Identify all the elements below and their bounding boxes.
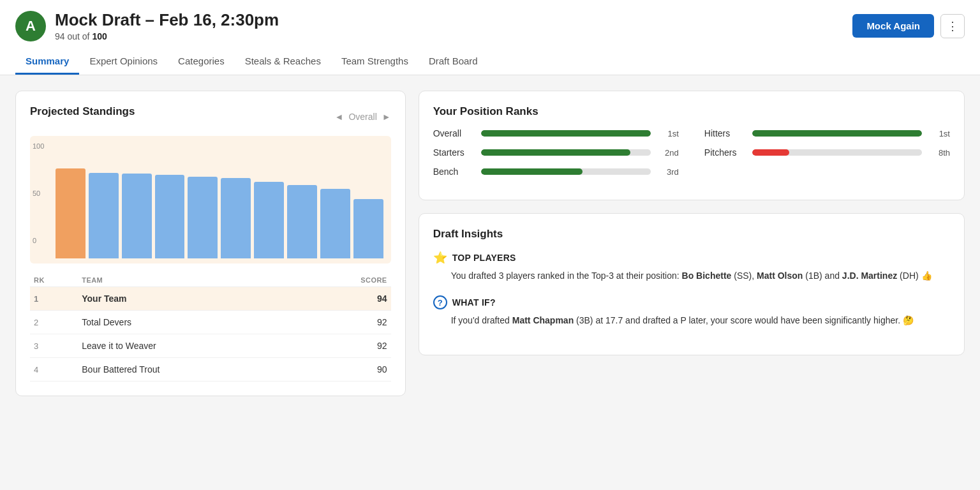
standings-title: Projected Standings [30,105,135,118]
col-rank: RK [30,274,78,287]
table-row: 1 Your Team 94 [30,287,391,311]
draft-info: Mock Draft – Feb 16, 2:30pm 94 out of 10… [55,10,279,41]
insight-title: WHAT IF? [452,297,496,308]
rank-label: Starters [433,147,475,158]
chart-bar [353,199,383,258]
top-bar: A Mock Draft – Feb 16, 2:30pm 94 out of … [0,0,980,75]
rank-bar-bg [752,130,922,137]
overall-label: Overall [348,112,376,122]
mock-again-button[interactable]: Mock Again [852,14,934,38]
rank-value: 2nd [657,148,679,158]
right-col: Your Position Ranks Overall 1st Starters… [419,91,965,396]
rank-label: Overall [433,128,475,138]
avatar: A [15,11,46,41]
rank-value: 8th [928,148,950,158]
col-score: SCORE [302,274,390,287]
insight-title: TOP PLAYERS [452,253,516,263]
team-name-cell: Your Team [78,287,302,311]
team-name-cell: Bour Battered Trout [78,358,302,382]
rank-value: 1st [657,129,679,138]
rank-bar-bg [752,149,922,156]
rank-label: Hitters [704,128,746,138]
chart-y-labels: 100 50 0 [33,142,44,244]
rank-row: Overall 1st [433,128,679,138]
insight-header: ? WHAT IF? [433,295,950,309]
more-options-button[interactable]: ⋮ [940,14,965,38]
insights-list: ⭐ TOP PLAYERS You drafted 3 players rank… [433,251,950,328]
tab-draft-board[interactable]: Draft Board [419,49,488,75]
rank-row: Hitters 1st [704,128,950,138]
table-row: 3 Leave it to Weaver 92 [30,334,391,358]
rank-row: Bench 3rd [433,167,679,177]
rank-value: 1st [928,129,950,138]
rank-value: 3rd [657,167,679,177]
rank-row: Starters 2nd [433,147,679,158]
insight-item: ⭐ TOP PLAYERS You drafted 3 players rank… [433,251,950,283]
tab-summary[interactable]: Summary [15,49,79,75]
standings-nav: ◄ Overall ► [335,112,391,122]
chart-bar [56,168,85,258]
top-bar-header: A Mock Draft – Feb 16, 2:30pm 94 out of … [15,10,965,41]
chart-bar [122,174,152,258]
rank-cell: 2 [30,311,78,334]
rank-cell: 1 [30,287,78,311]
projected-standings-card: Projected Standings ◄ Overall ► 100 50 0… [15,91,406,396]
draft-insights-card: Draft Insights ⭐ TOP PLAYERS You drafted… [419,213,965,355]
rank-bar-fill [752,149,790,156]
table-row: 4 Bour Battered Trout 90 [30,358,391,382]
rank-bar-fill [481,168,583,175]
position-ranks-title: Your Position Ranks [433,105,950,118]
col-team: TEAM [78,274,302,287]
insight-icon: ⭐ [433,251,447,265]
tabs: Summary Expert Opinions Categories Steal… [15,49,965,75]
tab-categories[interactable]: Categories [168,49,235,75]
rank-cell: 4 [30,358,78,382]
score-cell: 92 [302,334,390,358]
tab-team-strengths[interactable]: Team Strengths [331,49,419,75]
position-ranks-left: Overall 1st Starters 2nd Bench 3rd [433,128,679,186]
chart-bars [38,144,383,261]
rank-row: Pitchers 8th [704,147,950,158]
tab-expert-opinions[interactable]: Expert Opinions [79,49,168,75]
top-bar-left: A Mock Draft – Feb 16, 2:30pm 94 out of … [15,10,279,41]
rank-bar-fill [481,149,630,156]
score-cell: 92 [302,311,390,334]
chart-bar [155,175,185,258]
main-content: Projected Standings ◄ Overall ► 100 50 0… [0,75,980,412]
position-ranks-grid: Overall 1st Starters 2nd Bench 3rd Hitte… [433,128,950,186]
rank-cell: 3 [30,334,78,358]
chart-bar [320,189,350,258]
prev-arrow[interactable]: ◄ [335,112,344,122]
chart-bar [254,182,284,258]
score-cell: 90 [302,358,390,382]
draft-insights-title: Draft Insights [433,228,950,241]
table-row: 2 Total Devers 92 [30,311,391,334]
score-cell: 94 [302,287,390,311]
rank-bar-fill [752,130,922,137]
chart-bar [221,178,251,258]
position-ranks-card: Your Position Ranks Overall 1st Starters… [419,91,965,200]
standings-table: RK TEAM SCORE 1 Your Team 94 2 Total Dev… [30,274,391,382]
chart-bar [287,185,317,258]
rank-label: Pitchers [704,147,746,158]
chart-bar [188,177,218,258]
chart-area: 100 50 0 [30,136,391,264]
draft-subtitle: 94 out of 100 [55,31,279,41]
rank-bar-bg [481,130,651,137]
draft-title: Mock Draft – Feb 16, 2:30pm [55,10,279,30]
chart-bar [89,173,119,258]
rank-label: Bench [433,167,475,177]
insight-header: ⭐ TOP PLAYERS [433,251,950,265]
tab-steals-reaches[interactable]: Steals & Reaches [235,49,331,75]
team-name-cell: Leave it to Weaver [78,334,302,358]
team-name-cell: Total Devers [78,311,302,334]
top-bar-actions: Mock Again ⋮ [852,14,965,38]
insight-icon: ? [433,295,447,309]
rank-bar-bg [481,168,651,175]
insight-item: ? WHAT IF? If you'd drafted Matt Chapman… [433,295,950,327]
rank-bar-bg [481,149,651,156]
insight-body: You drafted 3 players ranked in the Top-… [433,269,950,283]
next-arrow[interactable]: ► [382,112,391,122]
position-ranks-right: Hitters 1st Pitchers 8th [704,128,950,186]
standings-header: Projected Standings ◄ Overall ► [30,105,391,128]
